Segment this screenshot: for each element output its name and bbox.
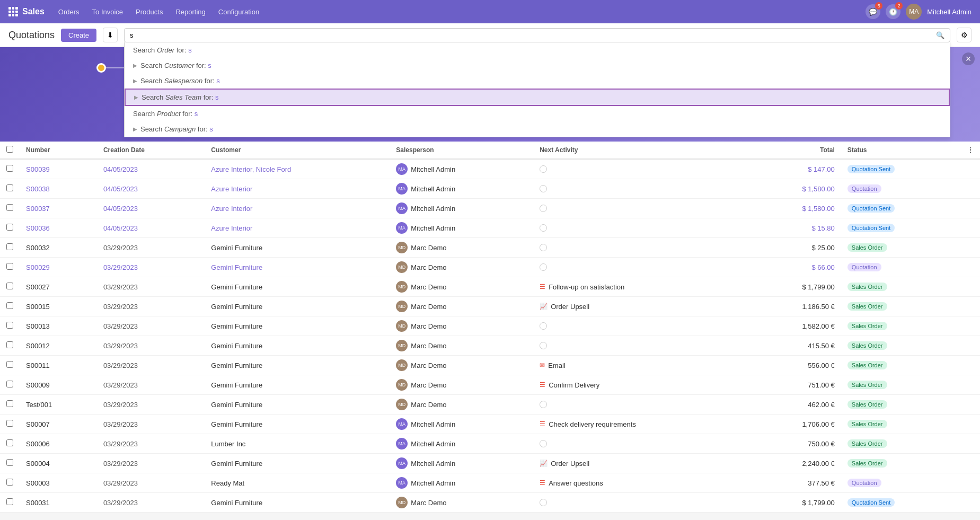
row-options[interactable] — [961, 159, 980, 179]
activity-dot[interactable] — [540, 322, 547, 330]
row-options[interactable] — [961, 395, 980, 415]
row-date[interactable]: 04/05/2023 — [97, 179, 205, 199]
row-options[interactable] — [961, 297, 980, 316]
row-options[interactable] — [961, 493, 980, 513]
row-options[interactable] — [961, 277, 980, 297]
dropdown-sales-team[interactable]: ▶ Search Sales Team for: s — [125, 89, 950, 106]
row-checkbox[interactable] — [6, 243, 13, 250]
row-options[interactable] — [961, 218, 980, 238]
search-input[interactable] — [130, 31, 936, 39]
row-options[interactable] — [961, 473, 980, 493]
row-checkbox[interactable] — [6, 224, 13, 231]
th-total[interactable]: Total — [751, 142, 841, 159]
activity-dot[interactable] — [540, 165, 547, 173]
row-number[interactable]: S00037 — [20, 199, 97, 218]
activity-dot[interactable] — [540, 401, 547, 408]
row-activity[interactable]: ☰Answer questions — [533, 473, 751, 493]
row-options[interactable] — [961, 375, 980, 395]
row-options[interactable] — [961, 336, 980, 356]
row-customer[interactable]: Gemini Furniture — [205, 258, 390, 277]
create-button[interactable]: Create — [61, 29, 96, 42]
chat-icon[interactable]: 💬 5 — [866, 4, 880, 19]
row-options[interactable] — [961, 179, 980, 199]
select-all-checkbox[interactable] — [6, 146, 13, 153]
nav-to-invoice[interactable]: To Invoice — [87, 6, 129, 18]
row-total[interactable]: $ 15.80 — [751, 218, 841, 238]
row-date[interactable]: 04/05/2023 — [97, 199, 205, 218]
th-salesperson[interactable]: Salesperson — [390, 142, 533, 159]
row-checkbox[interactable] — [6, 420, 13, 427]
row-activity[interactable]: ☰Confirm Delivery — [533, 375, 751, 395]
row-checkbox[interactable] — [6, 204, 13, 211]
row-checkbox[interactable] — [6, 302, 13, 309]
row-checkbox[interactable] — [6, 165, 13, 172]
row-date[interactable]: 04/05/2023 — [97, 218, 205, 238]
row-total[interactable]: $ 147.00 — [751, 159, 841, 179]
row-activity[interactable]: ☰Check delivery requirements — [533, 415, 751, 434]
row-options[interactable] — [961, 316, 980, 336]
activity-dot[interactable] — [540, 244, 547, 251]
row-activity[interactable]: ☰Follow-up on satisfaction — [533, 277, 751, 297]
row-number[interactable]: S00036 — [20, 218, 97, 238]
row-options[interactable] — [961, 454, 980, 473]
avatar[interactable]: MA — [906, 4, 922, 20]
row-total[interactable]: $ 66.00 — [751, 258, 841, 277]
row-customer[interactable]: Azure Interior — [205, 218, 390, 238]
row-options[interactable] — [961, 258, 980, 277]
row-checkbox[interactable] — [6, 498, 13, 505]
row-options[interactable] — [961, 415, 980, 434]
row-checkbox[interactable] — [6, 459, 13, 466]
row-total[interactable]: $ 1,580.00 — [751, 199, 841, 218]
dropdown-product[interactable]: Search Product for: s — [125, 106, 950, 121]
row-date[interactable]: 03/29/2023 — [97, 258, 205, 277]
nav-configuration[interactable]: Configuration — [213, 6, 264, 18]
row-activity[interactable]: 📈Order Upsell — [533, 297, 751, 316]
th-number[interactable]: Number — [20, 142, 97, 159]
row-total[interactable]: $ 1,580.00 — [751, 179, 841, 199]
search-icon[interactable]: 🔍 — [936, 31, 944, 39]
row-checkbox[interactable] — [6, 439, 13, 446]
th-status[interactable]: Status — [841, 142, 961, 159]
row-customer[interactable]: Azure Interior — [205, 179, 390, 199]
row-checkbox[interactable] — [6, 322, 13, 329]
dropdown-campaign[interactable]: ▶ Search Campaign for: s — [125, 121, 950, 137]
row-number[interactable]: S00038 — [20, 179, 97, 199]
nav-products[interactable]: Products — [130, 6, 168, 18]
activity-dot[interactable] — [540, 224, 547, 232]
th-date[interactable]: Creation Date — [97, 142, 205, 159]
row-options[interactable] — [961, 238, 980, 258]
dropdown-customer[interactable]: ▶ Search Customer for: s — [125, 58, 950, 73]
nav-reporting[interactable]: Reporting — [170, 6, 210, 18]
row-number[interactable]: S00039 — [20, 159, 97, 179]
row-checkbox[interactable] — [6, 341, 13, 348]
row-checkbox[interactable] — [6, 381, 13, 387]
row-checkbox[interactable] — [6, 479, 13, 486]
activity-icon[interactable]: 🕐 2 — [886, 4, 900, 19]
row-customer[interactable]: Azure Interior — [205, 199, 390, 218]
th-options[interactable]: ⋮ — [961, 142, 980, 159]
activity-dot[interactable] — [540, 185, 547, 192]
row-checkbox[interactable] — [6, 400, 13, 407]
app-menu[interactable]: Sales — [8, 7, 45, 16]
download-button[interactable]: ⬇ — [103, 28, 118, 42]
row-checkbox[interactable] — [6, 283, 13, 289]
row-checkbox[interactable] — [6, 361, 13, 368]
activity-dot[interactable] — [540, 499, 547, 506]
row-checkbox[interactable] — [6, 184, 13, 191]
activity-dot[interactable] — [540, 440, 547, 447]
th-customer[interactable]: Customer — [205, 142, 390, 159]
user-name[interactable]: Mitchell Admin — [927, 8, 972, 16]
activity-dot[interactable] — [540, 263, 547, 271]
row-options[interactable] — [961, 356, 980, 375]
row-customer[interactable]: Azure Interior, Nicole Ford — [205, 159, 390, 179]
hero-close-button[interactable]: × — [962, 52, 975, 65]
row-options[interactable] — [961, 434, 980, 454]
dropdown-salesperson[interactable]: ▶ Search Salesperson for: s — [125, 73, 950, 89]
nav-orders[interactable]: Orders — [53, 6, 85, 18]
row-date[interactable]: 04/05/2023 — [97, 159, 205, 179]
row-options[interactable] — [961, 199, 980, 218]
row-number[interactable]: S00029 — [20, 258, 97, 277]
dropdown-order[interactable]: Search Order for: s — [125, 42, 950, 58]
row-checkbox[interactable] — [6, 263, 13, 270]
activity-dot[interactable] — [540, 205, 547, 212]
